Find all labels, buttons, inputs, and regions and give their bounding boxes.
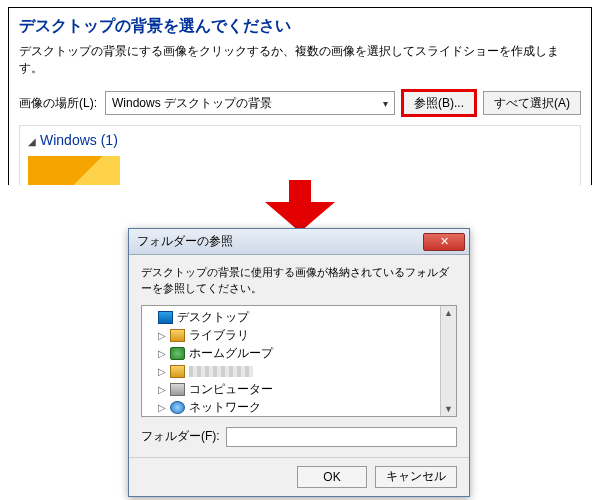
network-icon [170,401,185,414]
scroll-down-icon[interactable]: ▼ [444,404,453,414]
thumbnail-group: ◢Windows (1) [19,125,581,185]
chevron-down-icon: ▾ [383,98,388,109]
location-value: Windows デスクトップの背景 [112,95,272,112]
tree-item-network[interactable]: ▷ ネットワーク [146,399,436,417]
browse-folder-dialog: フォルダーの参照 ✕ デスクトップの背景に使用する画像が格納されているフォルダー… [128,228,470,497]
group-header[interactable]: ◢Windows (1) [28,132,572,148]
page-title: デスクトップの背景を選んでください [19,16,581,37]
folder-label: フォルダー(F): [141,428,220,445]
scroll-up-icon[interactable]: ▲ [444,308,453,318]
user-folder-icon [170,365,185,378]
close-button[interactable]: ✕ [423,233,465,251]
tree-item-label: コンピューター [189,381,273,398]
dialog-button-row: OK キャンセル [129,457,469,496]
folder-field-row: フォルダー(F): [141,427,457,447]
red-arrow-icon [265,180,335,232]
wallpaper-thumbnail[interactable] [28,156,120,185]
svg-marker-0 [265,180,335,232]
location-label: 画像の場所(L): [19,95,97,112]
ok-button[interactable]: OK [297,466,367,488]
select-all-button[interactable]: すべて選択(A) [483,91,581,115]
location-combo[interactable]: Windows デスクトップの背景 ▾ [105,91,395,115]
computer-icon [170,383,185,396]
folder-tree-items: ▷ デスクトップ ▷ ライブラリ ▷ ホームグループ ▷ [142,306,440,416]
cancel-button[interactable]: キャンセル [375,466,457,488]
tree-twisty-icon[interactable]: ▷ [158,384,166,395]
browse-button[interactable]: 参照(B)... [403,91,475,115]
background-picker-panel: デスクトップの背景を選んでください デスクトップの背景にする画像をクリックするか… [8,7,592,185]
tree-item-user[interactable]: ▷ [146,363,436,381]
dialog-body: デスクトップの背景に使用する画像が格納されているフォルダーを参照してください。 … [129,255,469,457]
group-header-label: Windows (1) [40,132,118,148]
tree-item-label: デスクトップ [177,309,249,326]
tree-twisty-icon[interactable]: ▷ [158,330,166,341]
tree-item-desktop[interactable]: ▷ デスクトップ [146,309,436,327]
folder-tree[interactable]: ▷ デスクトップ ▷ ライブラリ ▷ ホームグループ ▷ [141,305,457,417]
desktop-icon [158,311,173,324]
tree-item-label: ライブラリ [189,327,249,344]
scrollbar[interactable]: ▲ ▼ [440,306,456,416]
page-subtext: デスクトップの背景にする画像をクリックするか、複数の画像を選択してスライドショー… [19,43,581,77]
dialog-message: デスクトップの背景に使用する画像が格納されているフォルダーを参照してください。 [141,265,457,297]
location-row: 画像の場所(L): Windows デスクトップの背景 ▾ 参照(B)... す… [19,91,581,115]
tree-item-homegroup[interactable]: ▷ ホームグループ [146,345,436,363]
tree-item-label-blurred [189,366,253,377]
folder-input[interactable] [226,427,457,447]
tree-item-label: ネットワーク [189,399,261,416]
tree-item-computer[interactable]: ▷ コンピューター [146,381,436,399]
homegroup-icon [170,347,185,360]
tree-item-label: ホームグループ [189,345,273,362]
dialog-title: フォルダーの参照 [137,233,233,250]
dialog-titlebar[interactable]: フォルダーの参照 ✕ [129,229,469,255]
tree-twisty-icon[interactable]: ▷ [158,366,166,377]
library-icon [170,329,185,342]
tree-twisty-icon[interactable]: ▷ [158,348,166,359]
close-icon: ✕ [440,235,449,248]
tree-twisty-icon[interactable]: ▷ [158,402,166,413]
collapse-triangle-icon: ◢ [28,136,36,147]
tree-item-libraries[interactable]: ▷ ライブラリ [146,327,436,345]
